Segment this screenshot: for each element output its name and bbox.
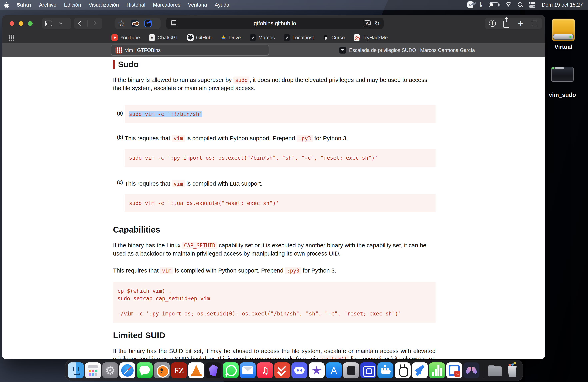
menu-item-ventana[interactable]: Ventana [184,0,211,10]
sidebar-toggle-button[interactable] [42,18,55,29]
dock-numbers-icon[interactable] [429,363,445,378]
close-window-button[interactable] [10,21,14,26]
code-block-sudo-c[interactable]: sudo vim -c ':lua os.execute("reset; exe… [125,194,436,212]
tab-escalada-privilegios[interactable]: Escalada de privilegios SUDO | Marcos Ca… [271,45,543,56]
wifi-icon[interactable] [504,2,512,8]
minimize-window-button[interactable] [19,21,23,26]
extensions-button-group: ☆ [115,18,161,29]
favorite-youtube[interactable]: YouTube [111,34,140,41]
dock-vlc-icon[interactable] [188,363,204,378]
dock-gray-app-icon[interactable] [343,363,359,378]
battery-icon[interactable] [489,2,499,7]
dock-todoist-icon[interactable] [274,363,290,378]
address-bar[interactable]: gtfobins.github.io A ↻ [166,18,384,29]
desktop-icon-virtual-drive[interactable]: Virtual [547,19,579,50]
menu-item-historial[interactable]: Historial [123,0,149,10]
text: for Python 3. [301,267,336,274]
dock-openvpn-icon[interactable] [154,363,170,378]
favorite-marcos[interactable]: Marcos [250,34,275,41]
dock-music-icon[interactable]: ♫ [257,363,273,378]
menu-bar-clock[interactable]: Dom 19 oct 15:27 [542,2,583,8]
dock-mail-icon[interactable] [240,363,256,378]
dock-sync-arrows-app-icon[interactable] [446,363,462,378]
dock-finder-icon[interactable] [68,363,84,378]
dock-whatsapp-icon[interactable] [223,363,239,378]
forward-arrow-icon [92,21,96,26]
dock-filezilla-icon[interactable]: FZ [171,363,187,378]
text: If the binary is allowed to run as super… [113,76,233,83]
menu-item-safari[interactable]: Safari [12,0,35,10]
tab-bar: vim | GTFOBins Escalada de privilegios S… [2,43,545,57]
menu-item-marcadores[interactable]: Marcadores [149,0,184,10]
example-label-b: (b) [113,134,125,140]
dock-trash-icon[interactable] [504,363,520,378]
chatgpt-icon: * [149,34,155,41]
dock-safari-icon[interactable] [119,363,135,378]
dock-vscode-icon[interactable] [412,363,428,378]
extension-things-button[interactable] [141,18,155,29]
dock-obsidian-icon[interactable] [205,363,221,378]
desktop-icon-vim-sudo-file[interactable]: vim_sudo [546,67,578,98]
apple-menu[interactable] [0,2,12,8]
menu-item-visualizacion[interactable]: Visualización [85,0,123,10]
dock-messages-icon[interactable] [137,363,153,378]
favorite-chatgpt[interactable]: *ChatGPT [149,34,178,41]
favorite-localhost[interactable]: Localhost [284,34,314,41]
dock-system-settings-icon[interactable]: ⚙ [102,363,118,378]
zoom-window-button[interactable] [28,21,33,26]
example-label-c: (c) [113,180,125,185]
menu-item-ayuda[interactable]: Ayuda [211,0,233,10]
favorite-drive[interactable]: Drive [220,34,241,41]
favorite-label: Localhost [293,35,314,40]
extension-goggles-button[interactable] [128,18,141,29]
favorite-curso[interactable]: Curso [323,34,345,41]
tab-vim-gtfobins[interactable]: vim | GTFOBins [111,45,269,56]
translate-icon[interactable]: A [364,20,371,26]
bluetooth-icon[interactable]: ᛒ [479,2,483,8]
dock-docker-icon[interactable] [378,363,393,378]
tab-overview-button[interactable] [528,18,541,29]
dock-launchpad-icon[interactable] [85,363,101,378]
menu-bar-left: Safari Archivo Edición Visualización His… [0,0,233,10]
dock-butterfly-app-icon[interactable] [463,363,479,378]
navigation-button-group [74,18,102,29]
bookmarks-favorites-button[interactable]: ☆ [115,18,128,29]
things-menu-icon[interactable] [467,1,473,8]
spotlight-search-icon[interactable] [518,2,523,7]
dock-app-store-icon[interactable]: A [326,363,342,378]
forward-button[interactable] [88,18,101,29]
control-center-icon[interactable] [529,2,536,8]
example-label-a: (a) [113,105,125,116]
text: is compiled with Python support. Prepend [173,267,285,274]
code-block-sudo-b[interactable]: sudo vim -c ':py import os; os.execl("/b… [125,149,436,167]
menu-item-edicion[interactable]: Edición [60,0,85,10]
dock-blue-squares-app-icon[interactable] [360,363,376,378]
sidebar-button-group [42,18,71,29]
code-block-capabilities[interactable]: cp $(which vim) . sudo setcap cap_setuid… [113,282,436,323]
inline-code-system: system() [320,355,349,359]
back-button[interactable] [74,18,87,29]
dock-imovie-icon[interactable]: ★ [309,363,325,378]
url-text[interactable]: gtfobins.github.io [166,20,384,27]
sudo-heading: Sudo [113,60,436,69]
inline-code-py3: :py3 [285,267,301,274]
grid-dots-icon[interactable] [8,34,15,41]
favorite-github[interactable]: GitHub [187,34,211,41]
favorites-bar: YouTube *ChatGPT GitHub Drive Marcos Loc… [2,32,545,43]
dock-downloads-folder-icon[interactable] [487,363,503,378]
text: is compiled with Lua support. [185,180,263,187]
new-tab-button[interactable]: + [514,18,527,29]
favorite-tryhackme[interactable]: TryHackMe [354,34,388,41]
text: This requires that [125,135,172,141]
share-button[interactable] [500,18,513,29]
menu-item-archivo[interactable]: Archivo [35,0,60,10]
downloads-button[interactable] [486,18,499,29]
desktop-icon-label: Virtual [547,44,579,50]
sudo-example-b: (b) This requires that vim is compiled w… [113,134,436,167]
code-block-sudo-a[interactable]: sudo vim -c ':!/bin/sh' [125,105,436,123]
dock-ollama-icon[interactable] [395,363,411,378]
dock-discord-icon[interactable] [291,363,307,378]
tab-group-chevron-button[interactable] [55,18,66,29]
favorite-label: TryHackMe [362,35,388,40]
apple-logo-icon [4,2,9,8]
